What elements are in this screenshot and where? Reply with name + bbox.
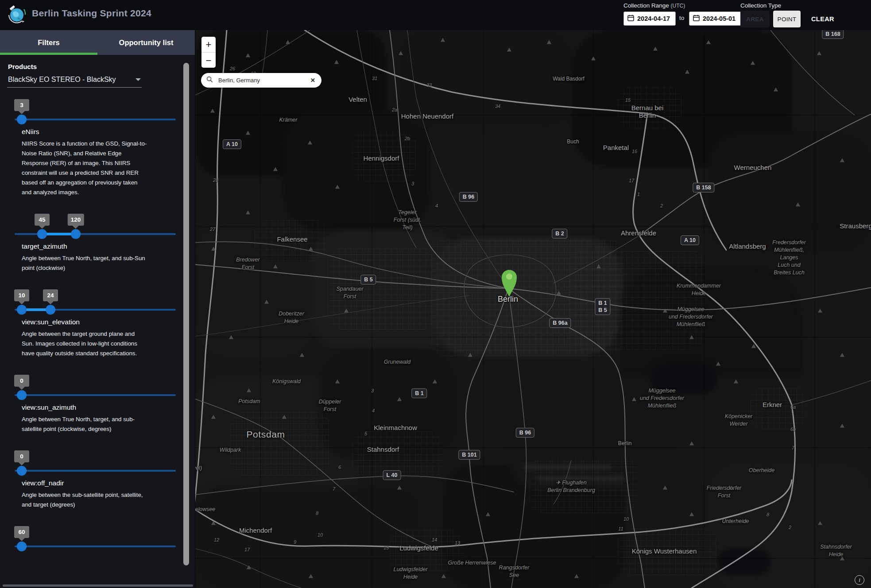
- filter-view:off_nadir: 0view:off_nadirAngle between the sub-sat…: [7, 450, 175, 510]
- date-end-value: 2024-05-01: [703, 15, 736, 22]
- sidebar-scroll-area[interactable]: Products BlackSky EO STEREO - BlackSky 3…: [0, 55, 195, 580]
- filter-slider-5: 60: [7, 526, 175, 552]
- products-selected-value: BlackSky EO STEREO - BlackSky: [8, 76, 116, 83]
- clear-search-button[interactable]: ✕: [310, 77, 316, 84]
- slider-thumb[interactable]: [37, 229, 47, 239]
- map-zoom-control: + −: [201, 37, 216, 68]
- slider-thumb[interactable]: [17, 305, 27, 315]
- filter-description: Angle between the sub-satellite point, s…: [22, 490, 147, 510]
- filter-description: Angle between True North, target, and su…: [22, 415, 147, 434]
- calendar-icon: [627, 15, 634, 23]
- slider-thumb[interactable]: [17, 466, 27, 476]
- filter-description: Angle between True North, target, and su…: [22, 254, 147, 273]
- calendar-icon: [693, 15, 700, 23]
- slider-value-label: 0: [14, 450, 29, 462]
- slider-track[interactable]: [7, 465, 175, 476]
- chevron-down-icon: [135, 78, 141, 81]
- slider-thumb[interactable]: [46, 305, 55, 315]
- slider-value-label: 60: [14, 526, 29, 538]
- date-start-value: 2024-04-17: [637, 15, 670, 22]
- filter-name: view:sun_azimuth: [22, 404, 175, 411]
- filters-list: 3eNiirsNIIRS Score is a function of the …: [7, 99, 175, 552]
- top-bar: Berlin Tasking Sprint 2024 Collection Ra…: [0, 0, 871, 30]
- slider-value-label: 24: [43, 289, 58, 301]
- slider-thumb[interactable]: [71, 229, 81, 239]
- filter-eNiirs: 3eNiirsNIIRS Score is a function of the …: [7, 99, 175, 197]
- zoom-in-button[interactable]: +: [201, 37, 216, 52]
- area-button[interactable]: AREA: [740, 11, 770, 27]
- filter-view:sun_azimuth: 0view:sun_azimuthAngle between True Nort…: [7, 375, 175, 434]
- filter-name: view:sun_elevation: [22, 318, 175, 326]
- slider-thumb[interactable]: [17, 390, 27, 400]
- app-title: Berlin Tasking Sprint 2024: [32, 8, 151, 19]
- products-select[interactable]: BlackSky EO STEREO - BlackSky: [7, 75, 142, 88]
- collection-range-label: Collection Range (UTC): [623, 2, 685, 9]
- slider-value-label: 10: [14, 289, 29, 301]
- app-logo-icon: [6, 4, 27, 25]
- date-end-input[interactable]: 2024-05-01: [689, 12, 741, 26]
- utc-label: (UTC): [671, 3, 685, 9]
- slider-value-label: 45: [35, 214, 50, 226]
- filter-description: Angle between the target ground plane an…: [22, 329, 147, 358]
- slider-track[interactable]: [7, 304, 175, 315]
- sidebar-bottom-strip: [3, 584, 193, 587]
- map-roads-layer: [195, 30, 871, 588]
- filter-name: view:off_nadir: [22, 479, 175, 487]
- sidebar: Filters Opportunity list Products BlackS…: [0, 30, 195, 588]
- products-label: Products: [8, 63, 175, 70]
- slider-thumb[interactable]: [17, 115, 27, 124]
- map-canvas[interactable]: 26193133342a2b34282715161712345678917151…: [195, 30, 871, 588]
- slider-value-label: 0: [14, 375, 29, 387]
- search-input[interactable]: [217, 77, 305, 84]
- filter-description: NIIRS Score is a function of the GSD, Si…: [22, 139, 147, 197]
- collection-type-label: Collection Type: [740, 2, 781, 9]
- filter-name: target_azimuth: [22, 242, 175, 250]
- sidebar-tabbar: Filters Opportunity list: [0, 30, 195, 55]
- slider-track[interactable]: [7, 114, 175, 125]
- filter-target_azimuth: 45120target_azimuthAngle between True No…: [7, 214, 175, 273]
- slider-value-label: 120: [68, 214, 84, 226]
- tab-opportunity-list[interactable]: Opportunity list: [97, 30, 195, 55]
- slider-track[interactable]: [7, 390, 175, 400]
- slider-value-label: 3: [14, 99, 29, 111]
- slider-track[interactable]: [7, 541, 175, 552]
- slider-track[interactable]: [7, 229, 175, 239]
- filter-view:sun_elevation: 1024view:sun_elevationAngle between the …: [7, 289, 175, 358]
- date-start-input[interactable]: 2024-04-17: [623, 12, 676, 26]
- zoom-out-button[interactable]: −: [201, 53, 216, 68]
- slider-thumb[interactable]: [17, 542, 27, 551]
- map-search-box: ✕: [201, 73, 321, 88]
- sidebar-scrollbar[interactable]: [183, 63, 189, 565]
- point-button[interactable]: POINT: [773, 11, 801, 27]
- to-label: to: [679, 15, 684, 21]
- tab-filters[interactable]: Filters: [0, 30, 97, 55]
- clear-button[interactable]: CLEAR: [809, 11, 837, 27]
- info-button[interactable]: i: [855, 575, 864, 585]
- search-icon: [206, 76, 213, 85]
- filter-name: eNiirs: [22, 128, 175, 136]
